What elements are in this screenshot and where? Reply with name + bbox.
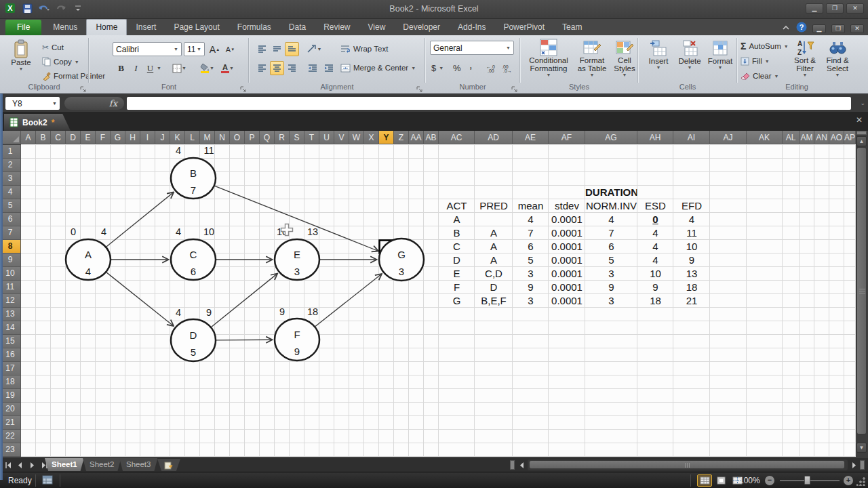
cell-AI11[interactable]: 18 [673,281,710,294]
borders-caret-icon[interactable]: ▼ [182,66,186,70]
ribbon-tab-powerpivot[interactable]: PowerPivot [494,20,553,35]
row-header-15[interactable]: 15 [0,335,21,348]
sheet-tab-sheet1[interactable]: Sheet1 [45,458,84,471]
column-header-O[interactable]: O [230,131,245,144]
row-header-21[interactable]: 21 [0,416,21,430]
document-tab-book2[interactable]: Book2 * [4,114,71,131]
cell-AD9[interactable]: A [475,253,513,267]
column-header-AB[interactable]: AB [424,131,439,144]
cell-AI7[interactable]: 11 [673,226,710,240]
column-header-Z[interactable]: Z [394,131,409,144]
find-select-button[interactable]: Find & Select ▼ [822,39,853,77]
number-dialog-launcher[interactable] [511,83,518,89]
row-header-7[interactable]: 7 [0,226,21,240]
cell-AH6[interactable]: 0 [637,213,673,226]
restore-button[interactable]: ❐ [826,3,844,14]
row-header-20[interactable]: 20 [0,403,21,416]
ribbon-tab-team[interactable]: Team [553,20,591,35]
close-button[interactable]: ✕ [846,3,864,14]
column-header-AC[interactable]: AC [439,131,475,144]
horizontal-scroll-thumb[interactable] [529,460,845,469]
paste-button[interactable]: Paste ▼ [5,39,37,71]
bold-button[interactable]: B [114,61,128,75]
ribbon-tab-menus[interactable]: Menus [44,20,86,35]
fill-color-caret-icon[interactable]: ▼ [210,66,214,70]
cut-button[interactable]: ✂ Cut [42,41,64,54]
font-color-caret-icon[interactable]: ▼ [229,66,234,70]
cell-AD12[interactable]: B,E,F [475,294,513,308]
row-header-23[interactable]: 23 [0,443,21,457]
macro-record-icon[interactable] [42,475,53,487]
italic-button[interactable]: I [129,61,143,75]
row-header-16[interactable]: 16 [0,348,21,362]
zoom-level[interactable]: 100% [739,476,760,485]
row-header-2[interactable]: 2 [0,159,21,172]
column-header-U[interactable]: U [319,131,334,144]
cell-AE5[interactable]: mean [513,199,549,213]
column-header-AP[interactable]: AP [844,131,856,144]
row-header-22[interactable]: 22 [0,430,21,443]
column-header-Y[interactable]: Y [379,131,394,144]
cell-AF9[interactable]: 0.0001 [549,253,585,267]
row-header-17[interactable]: 17 [0,362,21,375]
cell-AI6[interactable]: 4 [673,213,710,226]
column-header-R[interactable]: R [275,131,290,144]
column-header-H[interactable]: H [125,131,140,144]
cell-AG11[interactable]: 9 [585,281,637,294]
number-format-combo[interactable]: General▼ [430,41,514,55]
cell-AG4[interactable]: DURATION [585,186,637,199]
cell-AI5[interactable]: EFD [673,199,710,213]
cell-AC8[interactable]: C [439,240,475,253]
font-family-combo[interactable]: Calibri▼ [113,42,182,56]
column-header-J[interactable]: J [155,131,170,144]
alignment-dialog-launcher[interactable] [416,83,423,89]
increase-decimal-button[interactable]: ←.0.00 [484,61,498,75]
copy-caret-icon[interactable]: ▼ [75,60,79,64]
format-painter-button[interactable]: Format Painter [42,69,105,83]
underline-caret-icon[interactable]: ▼ [157,66,161,70]
sheet-tab-sheet3[interactable]: Sheet3 [119,458,157,471]
autosum-button[interactable]: Σ AutoSum ▼ [741,39,789,53]
ribbon-tab-page-layout[interactable]: Page Layout [165,20,228,35]
delete-cells-button[interactable]: Delete ▼ [675,39,704,70]
row-header-3[interactable]: 3 [0,172,21,186]
column-header-G[interactable]: G [111,131,125,144]
row-header-10[interactable]: 10 [0,267,21,281]
currency-button[interactable]: $▼ [431,61,443,75]
scroll-up-icon[interactable]: ▲ [856,136,867,146]
cell-AC9[interactable]: D [439,253,475,267]
format-as-table-button[interactable]: Format as Table ▼ [575,39,609,77]
cell-AH9[interactable]: 4 [637,253,673,267]
ribbon-tab-developer[interactable]: Developer [394,20,449,35]
fill-button[interactable]: Fill ▼ [741,54,770,68]
cell-AH5[interactable]: ESD [637,199,673,213]
workbook-close-button[interactable]: ✕ [850,24,864,33]
copy-button[interactable]: Copy ▼ [42,55,79,68]
column-header-AH[interactable]: AH [637,131,673,144]
format-cells-button[interactable]: Format ▼ [705,39,735,70]
row-header-12[interactable]: 12 [0,294,21,308]
ribbon-tab-view[interactable]: View [359,20,395,35]
align-middle-button[interactable] [270,42,284,56]
formula-input[interactable] [127,97,851,110]
column-header-B[interactable]: B [36,131,51,144]
cell-AF6[interactable]: 0.0001 [549,213,585,226]
cell-AC12[interactable]: G [439,294,475,308]
cell-AF7[interactable]: 0.0001 [549,226,585,240]
cell-AH10[interactable]: 10 [637,267,673,281]
tab-split-handle[interactable] [510,460,515,470]
column-header-AA[interactable]: AA [409,131,424,144]
zoom-out-icon[interactable]: − [765,476,774,485]
scroll-down-icon[interactable]: ▼ [856,443,867,453]
first-sheet-icon[interactable] [3,460,13,470]
cell-AH7[interactable]: 4 [637,226,673,240]
grow-font-button[interactable]: A▲ [208,42,222,56]
cell-AG12[interactable]: 3 [585,294,637,308]
minimize-button[interactable]: ▁ [806,3,823,14]
column-header-A[interactable]: A [21,131,36,144]
column-header-P[interactable]: P [245,131,260,144]
insert-function-icon[interactable]: fx [109,98,117,108]
clipboard-dialog-launcher[interactable] [80,83,87,89]
column-header-D[interactable]: D [66,131,81,144]
align-bottom-button[interactable] [285,42,299,56]
